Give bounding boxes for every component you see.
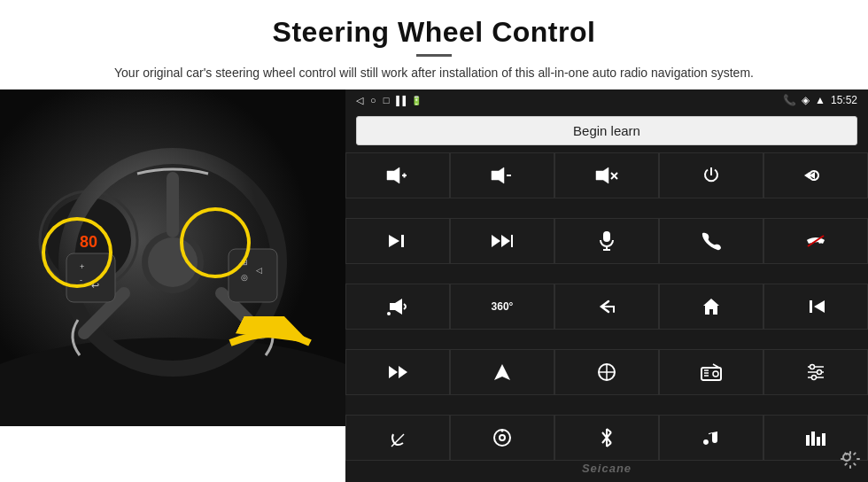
settings-gear-button[interactable] bbox=[840, 450, 861, 477]
svg-rect-69 bbox=[822, 433, 825, 446]
title-divider bbox=[416, 54, 452, 57]
svg-text:⊞: ⊞ bbox=[241, 258, 248, 267]
svg-rect-15 bbox=[229, 249, 277, 302]
svg-point-57 bbox=[810, 365, 815, 369]
location-icon: ◈ bbox=[802, 94, 810, 106]
status-left: ◁ ○ □ ▌▌ 🔋 bbox=[356, 95, 422, 106]
svg-point-40 bbox=[387, 312, 391, 315]
icon-back[interactable] bbox=[554, 284, 659, 330]
status-time: 15:52 bbox=[831, 94, 857, 106]
icon-skip-next[interactable] bbox=[345, 218, 450, 264]
svg-marker-46 bbox=[494, 364, 510, 380]
svg-text:◁: ◁ bbox=[256, 266, 262, 275]
svg-rect-68 bbox=[817, 437, 820, 446]
steering-wheel-svg: 80 + - ↩ ⊞ bbox=[0, 89, 345, 426]
icon-bluetooth[interactable] bbox=[554, 415, 659, 461]
status-bar: ◁ ○ □ ▌▌ 🔋 📞 ◈ ▲ 15:52 bbox=[345, 89, 868, 111]
phone-icon: 📞 bbox=[783, 94, 796, 106]
icon-dial[interactable] bbox=[450, 415, 554, 461]
back-nav-icon[interactable]: ◁ bbox=[356, 95, 363, 106]
svg-text:◎: ◎ bbox=[241, 273, 248, 282]
recents-nav-icon[interactable]: □ bbox=[384, 95, 390, 105]
content-section: 80 + - ↩ ⊞ bbox=[0, 89, 868, 482]
icon-radio[interactable] bbox=[659, 349, 763, 395]
page-title: Steering Wheel Control bbox=[53, 16, 815, 49]
icon-phone[interactable] bbox=[659, 218, 763, 264]
icon-seek-next[interactable] bbox=[450, 218, 554, 264]
icon-nav[interactable] bbox=[450, 349, 554, 395]
icon-music[interactable] bbox=[659, 415, 763, 461]
icon-prev-track[interactable] bbox=[763, 284, 868, 330]
svg-point-65 bbox=[501, 430, 504, 432]
svg-marker-23 bbox=[492, 167, 504, 183]
svg-text:↩: ↩ bbox=[91, 280, 99, 291]
icon-vol-mute[interactable] bbox=[554, 152, 659, 198]
svg-marker-45 bbox=[399, 366, 407, 378]
icon-vol-down[interactable] bbox=[450, 152, 554, 198]
svg-point-63 bbox=[494, 430, 510, 446]
svg-point-51 bbox=[713, 371, 718, 377]
icon-horn[interactable] bbox=[345, 284, 450, 330]
svg-marker-41 bbox=[703, 299, 719, 315]
icon-sliders[interactable] bbox=[763, 349, 868, 395]
svg-rect-67 bbox=[811, 431, 815, 446]
icon-power[interactable] bbox=[659, 152, 763, 198]
begin-learn-row: Begin learn bbox=[345, 111, 868, 151]
page-container: Steering Wheel Control Your original car… bbox=[0, 0, 868, 482]
icon-mic2[interactable] bbox=[345, 415, 450, 461]
svg-text:+: + bbox=[80, 262, 84, 271]
subtitle-text: Your original car's steering wheel contr… bbox=[71, 64, 797, 82]
android-panel: ◁ ○ □ ▌▌ 🔋 📞 ◈ ▲ 15:52 Begin learn bbox=[345, 89, 868, 482]
svg-marker-33 bbox=[501, 235, 510, 247]
svg-rect-43 bbox=[810, 300, 812, 313]
steering-wheel-bg: 80 + - ↩ ⊞ bbox=[0, 89, 345, 426]
icon-mic[interactable] bbox=[554, 218, 659, 264]
icon-end-call[interactable] bbox=[763, 218, 868, 264]
svg-text:80: 80 bbox=[80, 233, 97, 251]
svg-marker-32 bbox=[492, 235, 500, 247]
icon-360[interactable]: 360° bbox=[450, 284, 554, 330]
icon-grid: 360° bbox=[345, 151, 868, 482]
svg-marker-44 bbox=[389, 366, 398, 378]
svg-marker-25 bbox=[596, 167, 608, 183]
svg-rect-11 bbox=[66, 253, 115, 302]
steering-wheel-panel: 80 + - ↩ ⊞ bbox=[0, 89, 345, 426]
icon-call-prev[interactable] bbox=[763, 152, 868, 198]
svg-rect-31 bbox=[401, 235, 404, 247]
svg-point-7 bbox=[148, 237, 198, 287]
svg-marker-42 bbox=[814, 300, 825, 313]
icon-vol-up[interactable] bbox=[345, 152, 450, 198]
wifi-icon: ▲ bbox=[815, 94, 825, 106]
icon-eq[interactable] bbox=[554, 349, 659, 395]
begin-learn-button[interactable]: Begin learn bbox=[356, 116, 857, 145]
svg-marker-30 bbox=[389, 235, 399, 247]
icon-fast-fwd[interactable] bbox=[345, 349, 450, 395]
svg-rect-35 bbox=[603, 231, 610, 242]
home-nav-icon[interactable]: ○ bbox=[370, 95, 376, 105]
svg-text:-: - bbox=[80, 276, 82, 284]
svg-point-59 bbox=[818, 370, 822, 375]
icon-360-label: 360° bbox=[492, 300, 514, 313]
svg-marker-39 bbox=[390, 299, 402, 315]
status-right: 📞 ◈ ▲ 15:52 bbox=[783, 94, 857, 106]
svg-point-1 bbox=[0, 338, 345, 426]
svg-point-61 bbox=[812, 376, 817, 380]
header-section: Steering Wheel Control Your original car… bbox=[0, 0, 868, 89]
svg-rect-66 bbox=[806, 435, 810, 446]
icon-home[interactable] bbox=[659, 284, 763, 330]
svg-marker-20 bbox=[387, 167, 399, 183]
svg-point-64 bbox=[500, 435, 505, 440]
battery-signal-icon: ▌▌ 🔋 bbox=[396, 96, 422, 105]
svg-marker-29 bbox=[804, 172, 810, 179]
